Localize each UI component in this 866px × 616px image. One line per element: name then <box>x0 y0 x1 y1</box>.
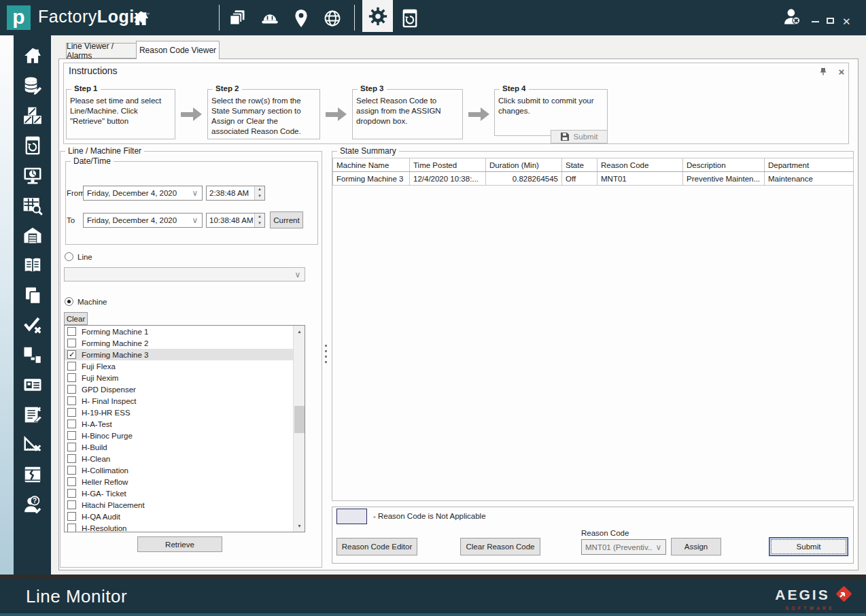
machine-list-item[interactable]: H-Resolution <box>65 522 294 532</box>
clear-button[interactable]: Clear <box>64 312 88 325</box>
user-logout-icon[interactable] <box>782 7 802 27</box>
submit-button[interactable]: Submit <box>769 537 848 556</box>
machine-list-item[interactable]: H-Build <box>65 441 294 453</box>
pin-icon[interactable] <box>818 66 829 77</box>
machine-list-item[interactable]: H-GA- Ticket <box>65 487 294 499</box>
user-question-icon[interactable]: ? <box>22 494 43 515</box>
book-icon[interactable] <box>22 254 43 275</box>
machine-list-item[interactable]: Forming Machine 3 <box>65 349 294 360</box>
chevron-down-icon[interactable]: ∨ <box>188 188 202 198</box>
line-radio[interactable]: Line <box>65 252 92 261</box>
machine-list-item[interactable]: Hitachi Placement <box>65 499 294 511</box>
scroll-up-icon[interactable]: ▲ <box>294 326 305 337</box>
machine-list-scrollbar[interactable]: ▲ ▼ <box>293 326 305 532</box>
column-header[interactable]: Machine Name <box>333 158 410 172</box>
checklist-edit-icon[interactable] <box>22 404 43 425</box>
close-icon[interactable]: ✕ <box>842 16 851 27</box>
machine-list-item[interactable]: H-Clean <box>65 453 294 464</box>
checkbox-icon[interactable] <box>67 396 76 405</box>
checkbox-icon[interactable] <box>67 385 76 394</box>
checkbox-icon[interactable] <box>67 500 76 509</box>
monitor-chart-icon[interactable] <box>22 165 43 186</box>
column-header[interactable]: Description <box>683 158 765 172</box>
table-search-icon[interactable] <box>22 194 43 216</box>
maximize-icon[interactable] <box>827 18 834 24</box>
machine-list-item[interactable]: H-Binoc Purge <box>65 430 294 441</box>
column-header[interactable]: Time Posted <box>410 158 486 172</box>
globe-icon[interactable] <box>322 8 343 29</box>
checkbox-icon[interactable] <box>67 477 76 486</box>
checkbox-checked-icon[interactable] <box>67 350 76 359</box>
scroll-down-icon[interactable]: ▼ <box>294 520 305 532</box>
checkbox-icon[interactable] <box>67 339 76 347</box>
home-icon[interactable] <box>131 8 151 29</box>
to-date-picker[interactable]: Friday, December 4, 2020 ∨ <box>83 213 203 228</box>
line-select[interactable]: ∨ <box>64 267 305 281</box>
spin-down-icon[interactable]: ▼ <box>255 220 264 227</box>
documents-icon[interactable] <box>227 8 247 29</box>
chevron-down-icon[interactable]: ∨ <box>652 543 665 552</box>
document-transfer-icon[interactable] <box>22 344 43 365</box>
column-header[interactable]: Reason Code <box>597 158 683 172</box>
close-icon[interactable]: × <box>836 66 847 77</box>
machine-list-item[interactable]: Heller Reflow <box>65 476 294 487</box>
reason-code-select[interactable]: MNT01 (Preventiv... ∨ <box>581 539 666 555</box>
location-pin-icon[interactable] <box>291 8 311 29</box>
checkbox-icon[interactable] <box>67 524 76 532</box>
assign-button[interactable]: Assign <box>671 538 721 555</box>
checkbox-icon[interactable] <box>67 327 76 336</box>
packages-icon[interactable] <box>22 105 43 126</box>
warehouse-icon[interactable] <box>22 224 43 245</box>
chevron-down-icon[interactable]: ∨ <box>188 216 202 225</box>
check-x-icon[interactable] <box>22 314 43 335</box>
machine-list-item[interactable]: H-QA Audit <box>65 511 294 522</box>
machine-list-item[interactable]: H-Collimation <box>65 464 294 476</box>
retrieve-button[interactable]: Retrieve <box>137 536 222 552</box>
checkbox-icon[interactable] <box>67 443 76 451</box>
column-header[interactable]: State <box>562 158 597 172</box>
id-card-icon[interactable] <box>22 374 43 395</box>
device-history-icon[interactable] <box>400 8 420 29</box>
checkbox-icon[interactable] <box>67 512 76 521</box>
column-header[interactable]: Duration (Min) <box>486 158 562 172</box>
checkbox-icon[interactable] <box>67 373 76 382</box>
tab-line-viewer-alarms[interactable]: Line Viewer / Alarms <box>66 43 137 58</box>
spin-up-icon[interactable]: ▲ <box>255 213 264 220</box>
clear-reason-code-button[interactable]: Clear Reason Code <box>460 538 540 555</box>
to-time-spinner[interactable]: 10:38:48 AM ▲▼ <box>206 213 265 228</box>
instructions-submit-button[interactable]: Submit <box>551 130 608 143</box>
database-edit-icon[interactable] <box>22 75 43 96</box>
machine-list-item[interactable]: Forming Machine 2 <box>65 337 294 349</box>
table-row[interactable]: Forming Machine 3 12/4/2020 10:38:... 0.… <box>333 172 854 186</box>
checkbox-icon[interactable] <box>67 489 76 498</box>
current-button[interactable]: Current <box>270 211 303 228</box>
documents-icon[interactable] <box>22 284 43 305</box>
from-time-spinner[interactable]: 2:38:48 AM ▲▼ <box>206 186 265 201</box>
scrollbar-thumb[interactable] <box>294 406 305 433</box>
device-history-icon[interactable] <box>22 135 43 156</box>
gear-icon[interactable] <box>362 0 393 32</box>
hardhat-icon[interactable] <box>260 8 280 29</box>
machine-list-item[interactable]: H-A-Test <box>65 418 294 430</box>
tab-reason-code-viewer[interactable]: Reason Code Viewer <box>136 41 220 59</box>
damaged-package-icon[interactable] <box>22 464 43 485</box>
machine-list-item[interactable]: H-19-HR ESS <box>65 407 294 418</box>
machine-radio[interactable]: Machine <box>65 297 107 306</box>
from-date-picker[interactable]: Friday, December 4, 2020 ∨ <box>83 186 203 201</box>
home-icon[interactable] <box>22 45 43 66</box>
machine-list-item[interactable]: H- Final Inspect <box>65 395 294 407</box>
spin-up-icon[interactable]: ▲ <box>255 186 264 193</box>
spin-down-icon[interactable]: ▼ <box>255 193 264 200</box>
checkbox-icon[interactable] <box>67 408 76 417</box>
reason-code-editor-button[interactable]: Reason Code Editor <box>336 538 417 555</box>
panel-splitter[interactable] <box>325 345 327 363</box>
ruler-x-icon[interactable] <box>22 434 43 455</box>
checkbox-icon[interactable] <box>67 466 76 475</box>
column-header[interactable]: Department <box>765 158 854 172</box>
machine-list-item[interactable]: Fuji Nexim <box>65 372 294 383</box>
minimize-icon[interactable] <box>812 21 819 22</box>
checkbox-icon[interactable] <box>67 420 76 428</box>
checkbox-icon[interactable] <box>67 431 76 440</box>
checkbox-icon[interactable] <box>67 362 76 371</box>
checkbox-icon[interactable] <box>67 454 76 463</box>
